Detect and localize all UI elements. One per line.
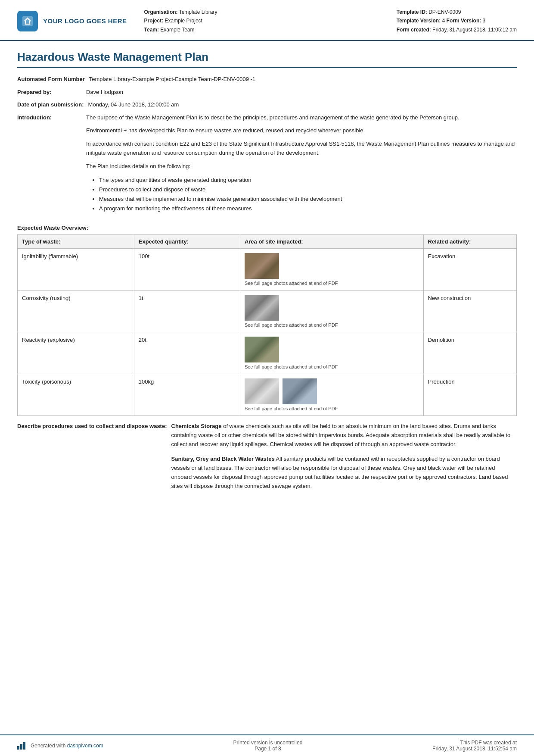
- cell-quantity: 1t: [134, 291, 240, 332]
- footer-right: This PDF was created at Friday, 31 Augus…: [432, 740, 517, 752]
- photo-thumb: [245, 295, 279, 321]
- footer-logo-bars: [17, 742, 26, 750]
- cell-area: See full page photos attached at end of …: [240, 291, 423, 332]
- project-line: Project: Example Project: [144, 16, 217, 25]
- header-meta: Organisation: Template Library Project: …: [144, 8, 517, 34]
- cell-area: See full page photos attached at end of …: [240, 249, 423, 291]
- org-line: Organisation: Template Library: [144, 8, 217, 16]
- cell-activity: Production: [423, 374, 516, 416]
- photo-caption: See full page photos attached at end of …: [245, 364, 419, 369]
- photo-thumb: [245, 378, 279, 404]
- team-value: Example Team: [160, 27, 194, 33]
- form-number-label: Automated Form Number: [17, 75, 89, 84]
- intro-para1: The purpose of the Waste Management Plan…: [86, 113, 517, 122]
- procedures-content: Chemicals Storage of waste chemicals suc…: [171, 422, 517, 497]
- form-version-label: Form Version:: [447, 18, 481, 24]
- prepared-by-value: Dave Hodgson: [86, 88, 517, 97]
- bullet-2: Procedures to collect and dispose of was…: [99, 185, 517, 194]
- logo-icon: [17, 11, 38, 31]
- team-label: Team:: [144, 27, 159, 33]
- table-row: Ignitability (flammable)100tSee full pag…: [18, 249, 517, 291]
- page: YOUR LOGO GOES HERE Organisation: Templa…: [0, 0, 534, 756]
- template-id-label: Template ID:: [397, 9, 427, 15]
- generated-text: Generated with: [31, 743, 65, 749]
- template-version-label: Template Version:: [397, 18, 441, 24]
- table-row: Toxicity (poisonous)100kgSee full page p…: [18, 374, 517, 416]
- footer-center-line2: Page 1 of 8: [233, 746, 303, 752]
- form-version-value: 3: [483, 18, 486, 24]
- project-label: Project:: [144, 18, 164, 24]
- content: Hazardous Waste Management Plan Automate…: [0, 41, 534, 734]
- cell-area: See full page photos attached at end of …: [240, 374, 423, 416]
- date-label: Date of plan submission:: [17, 100, 88, 109]
- cell-activity: Excavation: [423, 249, 516, 291]
- table-row: Corrosivity (rusting)1tSee full page pho…: [18, 291, 517, 332]
- cell-activity: Demolition: [423, 332, 516, 374]
- intro-content: The purpose of the Waste Management Plan…: [86, 113, 517, 218]
- col-type: Type of waste:: [18, 235, 134, 249]
- waste-table: Type of waste: Expected quantity: Area o…: [17, 234, 517, 416]
- dashpivot-link[interactable]: dashpivom.com: [67, 743, 103, 749]
- template-version-line: Template Version: 4 Form Version: 3: [397, 16, 517, 25]
- col-activity: Related activity:: [423, 235, 516, 249]
- cell-type: Ignitability (flammable): [18, 249, 134, 291]
- sanitary-para: Sanitary, Grey and Black Water Wastes Al…: [171, 455, 517, 490]
- bullet-1: The types and quantities of waste genera…: [99, 175, 517, 185]
- date-row: Date of plan submission: Monday, 04 June…: [17, 100, 517, 109]
- logo-box: YOUR LOGO GOES HERE: [17, 11, 127, 31]
- chemicals-para: Chemicals Storage of waste chemicals suc…: [171, 422, 517, 449]
- project-value: Example Project: [165, 18, 202, 24]
- footer: Generated with dashpivom.com Printed ver…: [0, 734, 534, 756]
- footer-center: Printed version is uncontrolled Page 1 o…: [233, 740, 303, 752]
- template-id-value: DP-ENV-0009: [428, 9, 461, 15]
- footer-right-line1: This PDF was created at: [432, 740, 517, 746]
- cell-type: Toxicity (poisonous): [18, 374, 134, 416]
- bar3: [23, 742, 25, 750]
- col-quantity: Expected quantity:: [134, 235, 240, 249]
- prepared-by-row: Prepared by: Dave Hodgson: [17, 88, 517, 97]
- photo-thumb: [283, 378, 317, 404]
- meta-right: Template ID: DP-ENV-0009 Template Versio…: [397, 8, 517, 34]
- form-created-label: Form created:: [397, 27, 431, 33]
- footer-center-line1: Printed version is uncontrolled: [233, 740, 303, 746]
- date-value: Monday, 04 June 2018, 12:00:00 am: [88, 100, 517, 109]
- bullet-4: A program for monitoring the effectivene…: [99, 204, 517, 213]
- intro-label: Introduction:: [17, 113, 86, 122]
- team-line: Team: Example Team: [144, 25, 217, 34]
- photo-thumb: [245, 337, 279, 362]
- logo-text: YOUR LOGO GOES HERE: [43, 17, 127, 25]
- form-created-line: Form created: Friday, 31 August 2018, 11…: [397, 25, 517, 34]
- table-heading: Expected Waste Overview:: [17, 225, 517, 231]
- waste-table-body: Ignitability (flammable)100tSee full pag…: [18, 249, 517, 416]
- cell-activity: New construction: [423, 291, 516, 332]
- cell-type: Corrosivity (rusting): [18, 291, 134, 332]
- procedures-label: Describe procedures used to collect and …: [17, 422, 171, 497]
- bar1: [17, 746, 19, 750]
- chemicals-heading: Chemicals Storage: [171, 423, 222, 429]
- cell-quantity: 100kg: [134, 374, 240, 416]
- intro-para3: In accordance with consent condition E22…: [86, 140, 517, 158]
- bar2: [20, 744, 22, 750]
- org-value: Template Library: [179, 9, 217, 15]
- cell-type: Reactivity (explosive): [18, 332, 134, 374]
- intro-para4: The Plan includes details on the followi…: [86, 162, 517, 171]
- intro-bullets: The types and quantities of waste genera…: [99, 175, 517, 213]
- table-header-row: Type of waste: Expected quantity: Area o…: [18, 235, 517, 249]
- footer-left: Generated with dashpivom.com: [17, 742, 103, 750]
- form-created-value: Friday, 31 August 2018, 11:05:12 am: [432, 27, 517, 33]
- photo-caption: See full page photos attached at end of …: [245, 322, 419, 328]
- footer-logo: [17, 742, 28, 750]
- photo-caption: See full page photos attached at end of …: [245, 406, 419, 411]
- cell-area: See full page photos attached at end of …: [240, 332, 423, 374]
- photo-caption: See full page photos attached at end of …: [245, 281, 419, 286]
- header: YOUR LOGO GOES HERE Organisation: Templa…: [0, 0, 534, 41]
- chemicals-text: of waste chemicals such as oils will be …: [171, 423, 511, 447]
- template-id-line: Template ID: DP-ENV-0009: [397, 8, 517, 16]
- prepared-by-label: Prepared by:: [17, 88, 86, 97]
- form-number-row: Automated Form Number Template Library-E…: [17, 75, 517, 84]
- cell-quantity: 100t: [134, 249, 240, 291]
- intro-para2: Environmental + has developed this Plan …: [86, 126, 517, 135]
- meta-left: Organisation: Template Library Project: …: [144, 8, 217, 34]
- col-area: Area of site impacted:: [240, 235, 423, 249]
- table-row: Reactivity (explosive)20tSee full page p…: [18, 332, 517, 374]
